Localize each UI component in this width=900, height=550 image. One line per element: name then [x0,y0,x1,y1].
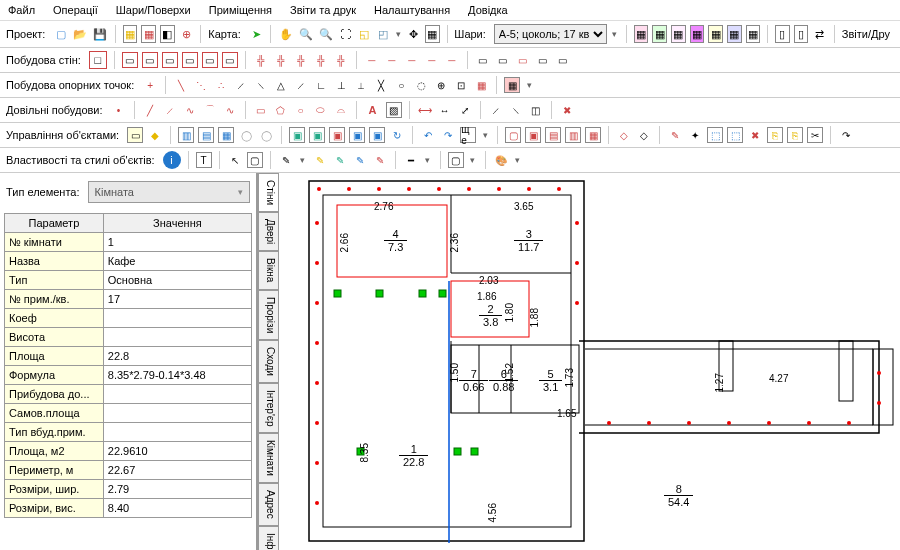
tool-c-icon[interactable]: ◧ [160,25,175,43]
table-row[interactable]: Коеф [5,309,252,328]
pt-14-icon[interactable]: ⊕ [433,77,449,93]
vtab-2[interactable]: Вікна [258,251,279,289]
tool-b-icon[interactable]: ▦ [141,25,156,43]
wall-t1-icon[interactable]: ▭ [122,52,138,68]
prop-value[interactable]: Основна [103,271,251,290]
view-b-icon[interactable]: ▯ [794,25,809,43]
om-1-icon[interactable]: ▭ [127,127,143,143]
menu-reports[interactable]: Звіти та друк [290,4,356,16]
wall-join2-icon[interactable]: ╬ [273,52,289,68]
palette-icon[interactable]: 🎨 [493,152,509,168]
om-wand-icon[interactable]: ✦ [687,127,703,143]
fr-line-icon[interactable]: ╱ [142,102,158,118]
st-hl3-icon[interactable]: ✎ [352,152,368,168]
zoom-drop[interactable]: ▾ [394,29,402,39]
menu-file[interactable]: Файл [8,4,35,16]
vtab-0[interactable]: Стіни [258,173,279,212]
om-s5-icon[interactable]: ▣ [369,127,385,143]
pt-4-icon[interactable]: ⟋ [233,77,249,93]
table-row[interactable]: Розміри, шир.2.79 [5,480,252,499]
st-drop1[interactable]: ▾ [298,155,308,165]
table-row[interactable]: Розміри, вис.8.40 [5,499,252,518]
move-icon[interactable]: ✥ [406,25,421,43]
om-p1-icon[interactable]: ◇ [616,127,632,143]
save-icon[interactable]: 💾 [92,25,108,43]
prop-value[interactable]: 8.35*2.79-0.14*3.48 [103,366,251,385]
om-g2-icon[interactable]: ▤ [198,127,214,143]
st-hl1-icon[interactable]: ✎ [312,152,328,168]
prop-value[interactable] [103,385,251,404]
table-row[interactable]: Тип вбуд.прим. [5,423,252,442]
fr-dim-icon[interactable]: ⟷ [417,102,433,118]
om-paste-icon[interactable]: ⎘ [787,127,803,143]
ly-6-icon[interactable]: ▦ [727,25,742,43]
st-drop3[interactable]: ▾ [468,155,478,165]
om-l3-icon[interactable]: ▤ [545,127,561,143]
table-row[interactable]: ТипОсновна [5,271,252,290]
pt-1-icon[interactable]: ╲ [173,77,189,93]
om-del-icon[interactable]: ✖ [747,127,763,143]
om-g1-icon[interactable]: ▥ [178,127,194,143]
label-reports[interactable]: Звіти/Дру [842,28,890,40]
vtab-3[interactable]: Прорізи [258,290,279,340]
st-fill-icon[interactable]: ▢ [448,152,464,168]
st-hl4-icon[interactable]: ✎ [372,152,388,168]
st-line-icon[interactable]: ━ [403,152,419,168]
zoom-fit-icon[interactable]: ⛶ [338,25,353,43]
table-row[interactable]: Периметр, м22.67 [5,461,252,480]
vtab-6[interactable]: Кімнати [258,433,279,483]
fr-arc-icon[interactable]: ⌒ [202,102,218,118]
fr-rect-icon[interactable]: ▭ [253,102,269,118]
ly-1-icon[interactable]: ▦ [634,25,649,43]
om-drop1[interactable]: ▾ [480,130,490,140]
zoom-win-icon[interactable]: ◰ [376,25,391,43]
prop-value[interactable] [103,309,251,328]
fr-circ-icon[interactable]: ○ [293,102,309,118]
wall-m2-icon[interactable]: ▭ [495,52,511,68]
wall-m5-icon[interactable]: ▭ [555,52,571,68]
wall-t2-icon[interactable]: ▭ [142,52,158,68]
om-l2-icon[interactable]: ▣ [525,127,541,143]
pt-2-icon[interactable]: ⋱ [193,77,209,93]
layer-select[interactable]: А-5; цоколь; 17 кв [494,24,607,44]
om-sel1-icon[interactable]: ⬚ [707,127,723,143]
wall-m3-icon[interactable]: ▭ [515,52,531,68]
wall-seg4-icon[interactable]: ─ [424,52,440,68]
prop-value[interactable]: 17 [103,290,251,309]
wall-t4-icon[interactable]: ▭ [182,52,198,68]
wall-join1-icon[interactable]: ╬ [253,52,269,68]
wall-t5-icon[interactable]: ▭ [202,52,218,68]
menu-rooms[interactable]: Приміщення [209,4,272,16]
menu-layers[interactable]: Шари/Поверхи [116,4,191,16]
om-erase-icon[interactable]: ◆ [147,127,163,143]
om-arr-icon[interactable]: ↷ [838,127,854,143]
menu-help[interactable]: Довідка [468,4,508,16]
pan-icon[interactable]: ✋ [278,25,294,43]
wall-t3-icon[interactable]: ▭ [162,52,178,68]
transfer-icon[interactable]: ⇄ [812,25,827,43]
pt-13-icon[interactable]: ◌ [413,77,429,93]
om-btn-icon[interactable]: щ е [460,127,476,143]
wall-join3-icon[interactable]: ╬ [293,52,309,68]
fr-text-icon[interactable]: A [364,101,382,119]
pt-10-icon[interactable]: ⟂ [353,77,369,93]
table-row[interactable]: Висота [5,328,252,347]
pt-6-icon[interactable]: △ [273,77,289,93]
ly-5-icon[interactable]: ▦ [708,25,723,43]
fr-pt-icon[interactable]: • [111,102,127,118]
st-drop4[interactable]: ▾ [513,155,523,165]
pt-cross-icon[interactable]: + [142,77,158,93]
prop-value[interactable]: 22.9610 [103,442,251,461]
prop-value[interactable]: Кафе [103,252,251,271]
wall-m1-icon[interactable]: ▭ [475,52,491,68]
vtab-8[interactable]: Інфо [258,526,279,550]
prop-value[interactable] [103,328,251,347]
wall-seg5-icon[interactable]: ─ [444,52,460,68]
om-cut-icon[interactable]: ✂ [807,127,823,143]
fr-c-icon[interactable]: ◫ [528,102,544,118]
open-icon[interactable]: 📂 [72,25,88,43]
wall-seg2-icon[interactable]: ─ [384,52,400,68]
element-type-select[interactable]: Кімната▾ [88,181,250,203]
fr-dim2-icon[interactable]: ↔ [437,102,453,118]
wall-t6-icon[interactable]: ▭ [222,52,238,68]
